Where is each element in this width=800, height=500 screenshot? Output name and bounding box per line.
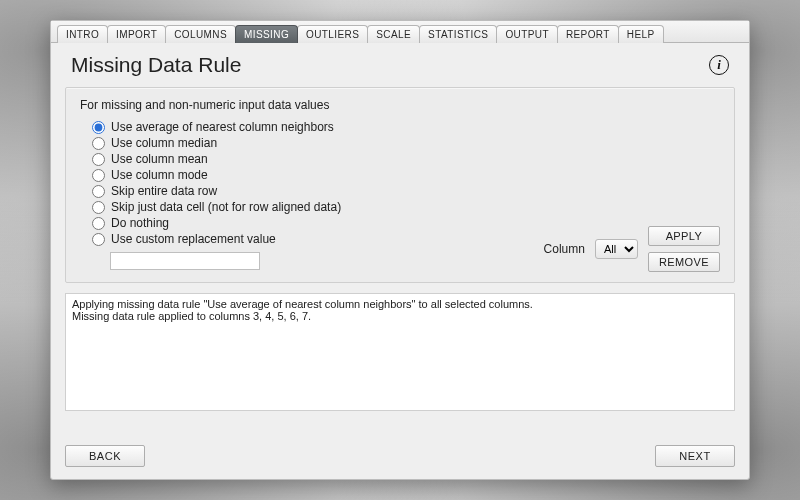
option-radio[interactable] — [92, 153, 105, 166]
tab-intro[interactable]: INTRO — [57, 25, 108, 43]
option-label: Use column mode — [111, 168, 208, 182]
option-label: Use column mean — [111, 152, 208, 166]
apply-remove-stack: APPLY REMOVE — [648, 226, 720, 272]
custom-value-input[interactable] — [110, 252, 260, 270]
option-label: Skip just data cell (not for row aligned… — [111, 200, 341, 214]
tab-import[interactable]: IMPORT — [107, 25, 166, 43]
info-icon[interactable]: i — [709, 55, 729, 75]
option-label: Do nothing — [111, 216, 169, 230]
option-radio[interactable] — [92, 185, 105, 198]
tab-outliers[interactable]: OUTLIERS — [297, 25, 368, 43]
page-title: Missing Data Rule — [71, 53, 241, 77]
option-row[interactable]: Use column median — [92, 136, 720, 150]
header: Missing Data Rule i — [51, 43, 749, 83]
window: INTROIMPORTCOLUMNSMISSINGOUTLIERSSCALEST… — [50, 20, 750, 480]
option-row[interactable]: Skip just data cell (not for row aligned… — [92, 200, 720, 214]
option-radio[interactable] — [92, 233, 105, 246]
options-panel: For missing and non-numeric input data v… — [65, 87, 735, 283]
remove-button[interactable]: REMOVE — [648, 252, 720, 272]
option-radio[interactable] — [92, 201, 105, 214]
tab-report[interactable]: REPORT — [557, 25, 619, 43]
option-row[interactable]: Skip entire data row — [92, 184, 720, 198]
tab-columns[interactable]: COLUMNS — [165, 25, 236, 43]
option-label: Use column median — [111, 136, 217, 150]
option-row[interactable]: Use average of nearest column neighbors — [92, 120, 720, 134]
footer: BACK NEXT — [51, 435, 749, 479]
tab-missing[interactable]: MISSING — [235, 25, 298, 43]
tab-statistics[interactable]: STATISTICS — [419, 25, 497, 43]
tab-scale[interactable]: SCALE — [367, 25, 420, 43]
option-radio[interactable] — [92, 121, 105, 134]
option-row[interactable]: Use column mode — [92, 168, 720, 182]
option-radio[interactable] — [92, 137, 105, 150]
option-radio[interactable] — [92, 169, 105, 182]
option-label: Use custom replacement value — [111, 232, 276, 246]
column-select[interactable]: All — [595, 239, 638, 259]
next-button[interactable]: NEXT — [655, 445, 735, 467]
tab-output[interactable]: OUTPUT — [496, 25, 558, 43]
apply-button[interactable]: APPLY — [648, 226, 720, 246]
option-row[interactable]: Use column mean — [92, 152, 720, 166]
option-label: Use average of nearest column neighbors — [111, 120, 334, 134]
right-controls: Column All APPLY REMOVE — [544, 226, 720, 272]
panel-subtitle: For missing and non-numeric input data v… — [80, 98, 720, 112]
column-label: Column — [544, 242, 585, 256]
option-label: Skip entire data row — [111, 184, 217, 198]
tab-help[interactable]: HELP — [618, 25, 664, 43]
back-button[interactable]: BACK — [65, 445, 145, 467]
tabbar: INTROIMPORTCOLUMNSMISSINGOUTLIERSSCALEST… — [51, 21, 749, 43]
log-output[interactable]: Applying missing data rule "Use average … — [65, 293, 735, 411]
option-radio[interactable] — [92, 217, 105, 230]
